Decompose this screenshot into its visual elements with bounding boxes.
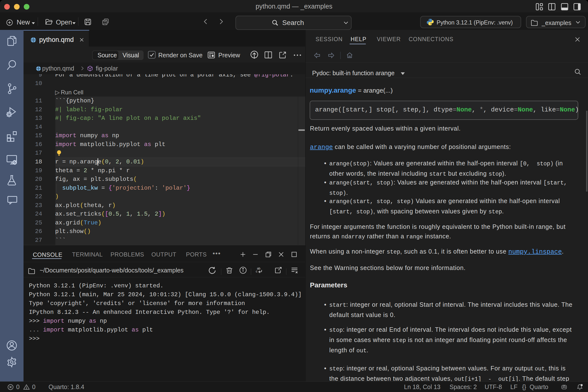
svg-text:ab: ab bbox=[257, 266, 260, 270]
svg-text:c: c bbox=[256, 270, 258, 273]
